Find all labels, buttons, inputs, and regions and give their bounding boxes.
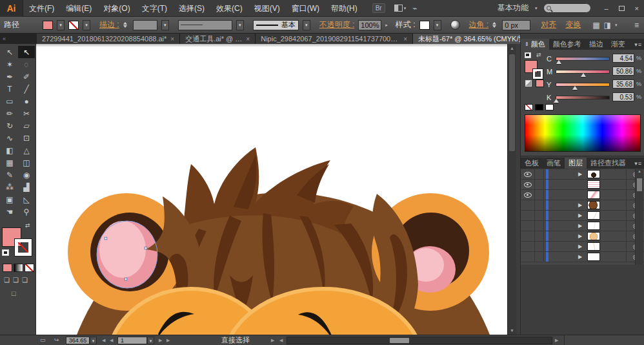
tab-brushes[interactable]: 画笔 <box>543 158 565 169</box>
none-button[interactable] <box>25 264 34 272</box>
next-artboard-icon[interactable]: ▶ <box>159 335 162 345</box>
layers-scroll-thumb[interactable] <box>637 178 642 191</box>
zoom-level-field[interactable]: 364.65 <box>66 337 90 344</box>
slider-thumb[interactable] <box>581 73 586 77</box>
arrange-documents-button[interactable]: ▾ <box>394 5 407 12</box>
magic-wand-tool[interactable]: ✶ <box>1 58 18 70</box>
close-button[interactable]: × <box>635 5 639 12</box>
gradient-tool[interactable]: ◫ <box>18 156 35 169</box>
vertical-scrollbar[interactable]: ▲ ▼ <box>507 44 516 335</box>
menu-view[interactable]: 视图(V) <box>248 0 286 17</box>
workspace-dropdown-icon[interactable]: ▾ <box>535 6 538 11</box>
panel-dropdown-icon[interactable]: ▾ <box>634 41 638 48</box>
stroke-dropdown-icon[interactable]: ▾ <box>83 20 90 30</box>
layer-row-4[interactable]: ▶ ◎ <box>521 200 644 211</box>
previous-artboard-icon[interactable]: ◀ <box>110 335 113 345</box>
layers-scrollbar[interactable]: ▲ <box>635 169 643 265</box>
slice-tool[interactable]: ◺ <box>18 193 35 205</box>
layer-thumbnail[interactable] <box>587 170 600 178</box>
lock-cell[interactable] <box>535 252 544 262</box>
layer-thumbnail[interactable] <box>587 211 600 220</box>
recolor-artwork-icon[interactable] <box>450 20 460 30</box>
tab-layers[interactable]: 图层 <box>565 158 587 169</box>
first-artboard-icon[interactable]: ◀ <box>102 335 105 345</box>
menu-effect[interactable]: 效果(C) <box>210 0 248 17</box>
style-dropdown-icon[interactable]: ▾ <box>434 20 441 30</box>
menu-window[interactable]: 窗口(W) <box>286 0 325 17</box>
lock-cell[interactable] <box>535 180 544 189</box>
last-artboard-icon[interactable]: ▶ <box>166 335 170 345</box>
app-logo[interactable]: Ai <box>0 0 23 17</box>
width-profile-select[interactable] <box>178 20 232 30</box>
expand-triangle-icon[interactable]: ▶ <box>578 202 582 208</box>
lock-cell[interactable] <box>535 190 544 200</box>
document-tab-1[interactable]: 27299441_20180613220208854088.ai*× <box>37 34 180 44</box>
direct-selection-tool[interactable]: ↖ <box>18 46 35 58</box>
tab-close-icon[interactable]: × <box>170 36 174 43</box>
lock-cell[interactable] <box>535 200 544 210</box>
swap-fill-stroke-icon[interactable]: ⇄ <box>25 222 30 229</box>
tab-close-icon[interactable]: × <box>403 36 407 43</box>
rectangle-tool[interactable]: ▭ <box>1 95 18 107</box>
zoom-dropdown-icon[interactable]: ▾ <box>90 337 97 344</box>
control-panel-menu-icon[interactable]: ≡ <box>634 21 640 30</box>
none-swatch[interactable] <box>525 104 533 110</box>
menu-file[interactable]: 文件(F) <box>23 0 60 17</box>
visibility-eye-icon[interactable] <box>524 172 532 177</box>
minimize-button[interactable]: – <box>604 5 608 12</box>
stroke-weight-dropdown-icon[interactable]: ▾ <box>161 20 169 30</box>
horizontal-scroll-thumb[interactable] <box>390 338 409 343</box>
default-fill-stroke-icon[interactable] <box>525 52 531 58</box>
search-input[interactable] <box>543 3 591 13</box>
scroll-up-icon[interactable]: ▲ <box>508 44 516 52</box>
gamut-color-swatch[interactable] <box>536 79 544 87</box>
mesh-tool[interactable]: ▦ <box>1 156 18 169</box>
fill-dropdown-icon[interactable]: ▾ <box>57 20 65 30</box>
type-tool[interactable]: T <box>1 83 18 95</box>
gradient-button[interactable] <box>14 264 23 272</box>
color-spectrum-bar[interactable] <box>525 114 641 152</box>
cyan-slider[interactable] <box>556 57 610 61</box>
default-fill-stroke-icon[interactable] <box>2 249 9 256</box>
tab-stroke[interactable]: 描边 <box>585 39 607 50</box>
expand-triangle-icon[interactable]: ▶ <box>578 244 582 249</box>
stroke-color-swatch[interactable] <box>68 21 79 30</box>
workspace-switcher[interactable]: 基本功能 <box>498 3 528 14</box>
black-value-field[interactable]: 0.53 <box>612 92 634 101</box>
distribute-objects-icon[interactable]: ◨ <box>604 21 611 30</box>
stroke-weight-field[interactable] <box>133 20 157 30</box>
panel-menu-icon[interactable]: ≡ <box>638 41 641 48</box>
brush-definition-dropdown-icon[interactable]: ▾ <box>303 20 310 30</box>
transform-link[interactable]: 变换 <box>565 19 581 30</box>
line-segment-tool[interactable]: ╱ <box>18 83 35 95</box>
expand-triangle-icon[interactable]: ▶ <box>578 213 582 218</box>
tab-gradient[interactable]: 渐变 <box>607 39 629 50</box>
horizontal-scrollbar[interactable] <box>287 337 552 344</box>
corner-link[interactable]: 边角 : <box>469 19 489 30</box>
free-transform-tool[interactable]: ⊡ <box>18 132 35 144</box>
hand-tool[interactable]: ☚ <box>1 205 18 218</box>
opacity-field[interactable]: 100% <box>358 20 381 30</box>
screen-mode-button[interactable]: □ <box>12 289 16 297</box>
artboard-dropdown-icon[interactable]: ▾ <box>147 337 154 344</box>
draw-behind-button[interactable]: ❏ <box>13 277 19 284</box>
paintbrush-tool[interactable]: ✐ <box>18 70 35 83</box>
document-tab-3[interactable]: Nipic_29842067_20190829115417377000.ai*× <box>256 34 413 44</box>
visibility-eye-icon[interactable] <box>524 193 532 198</box>
slider-thumb[interactable] <box>554 99 559 103</box>
selection-tool[interactable]: ↖ <box>1 46 18 58</box>
panel-collapse-icon[interactable]: ⇕ <box>525 41 529 47</box>
pencil-tool[interactable]: ✏ <box>1 107 18 120</box>
draw-inside-button[interactable]: ❏ <box>22 277 28 284</box>
layer-row-7[interactable]: ▶ ◎ <box>521 231 644 242</box>
slider-thumb[interactable] <box>572 86 578 90</box>
restore-button[interactable] <box>619 6 625 11</box>
magenta-value-field[interactable]: 50.86 <box>612 67 634 76</box>
blob-brush-tool[interactable]: ● <box>18 95 35 107</box>
menu-help[interactable]: 帮助(H) <box>325 0 363 17</box>
brush-definition-select[interactable]: 基本 <box>253 20 299 30</box>
graph-tool[interactable]: ▟ <box>18 181 35 193</box>
opacity-spinner-icon[interactable]: ▸ <box>385 23 388 28</box>
menu-type[interactable]: 文字(T) <box>136 0 173 17</box>
layer-thumbnail[interactable] <box>587 253 600 261</box>
